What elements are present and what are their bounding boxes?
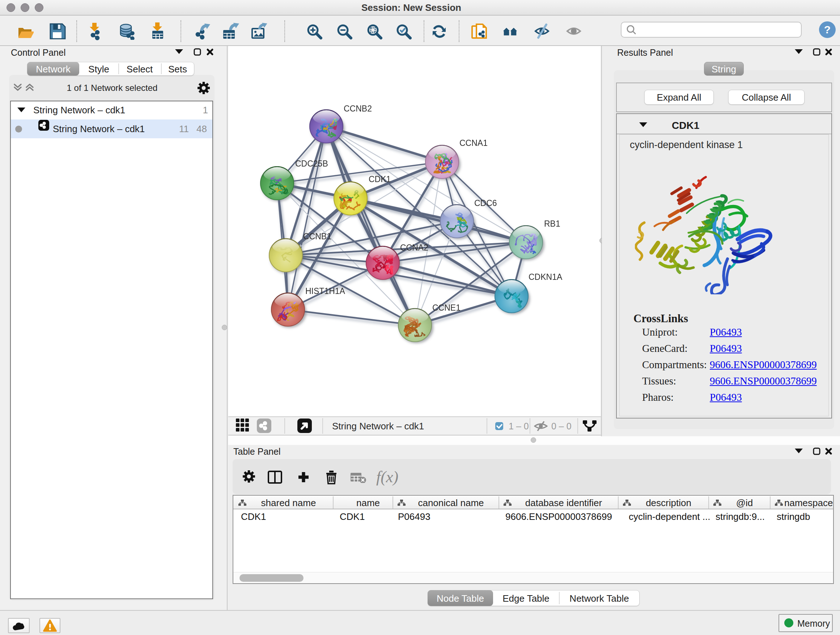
svg-text:HIST1H1A: HIST1H1A	[305, 287, 346, 296]
svg-text:CDC25B: CDC25B	[295, 159, 328, 168]
svg-text:RB1: RB1	[544, 219, 561, 228]
svg-text:CCNA2: CCNA2	[400, 243, 428, 252]
svg-text:CDC6: CDC6	[474, 198, 497, 208]
svg-text:CDK1: CDK1	[369, 174, 391, 184]
svg-text:CCNA1: CCNA1	[459, 138, 488, 148]
svg-text:CDKN1A: CDKN1A	[529, 272, 562, 282]
svg-text:CCNB1: CCNB1	[303, 232, 332, 241]
svg-text:?: ?	[824, 24, 831, 35]
svg-text:CCNB2: CCNB2	[344, 104, 372, 113]
svg-text:CCNE1: CCNE1	[432, 303, 461, 312]
